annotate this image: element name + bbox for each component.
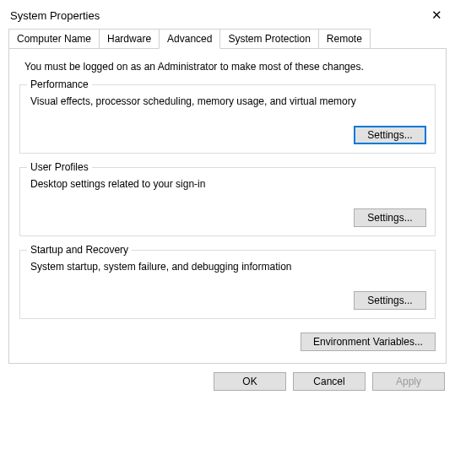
tab-advanced[interactable]: Advanced bbox=[159, 29, 220, 49]
groupbox-user-profiles-legend: User Profiles bbox=[27, 161, 92, 173]
titlebar: System Properties ✕ bbox=[0, 0, 455, 29]
tab-computer-name[interactable]: Computer Name bbox=[8, 29, 100, 48]
startup-recovery-description: System startup, system failure, and debu… bbox=[30, 261, 426, 273]
environment-variables-button[interactable]: Environment Variables... bbox=[301, 333, 436, 351]
apply-button[interactable]: Apply bbox=[372, 372, 445, 391]
groupbox-user-profiles: User Profiles Desktop settings related t… bbox=[19, 167, 436, 236]
tab-remote[interactable]: Remote bbox=[318, 29, 371, 48]
tab-content-advanced: You must be logged on as an Administrato… bbox=[8, 48, 447, 364]
performance-description: Visual effects, processor scheduling, me… bbox=[30, 95, 426, 107]
groupbox-startup-recovery-legend: Startup and Recovery bbox=[27, 244, 132, 256]
dialog-footer: OK Cancel Apply bbox=[0, 364, 455, 399]
tab-strip: Computer Name Hardware Advanced System P… bbox=[0, 29, 455, 48]
startup-recovery-settings-button[interactable]: Settings... bbox=[354, 291, 426, 310]
performance-settings-button[interactable]: Settings... bbox=[354, 126, 426, 144]
admin-warning-text: You must be logged on as an Administrato… bbox=[24, 61, 436, 73]
window-title: System Properties bbox=[10, 9, 100, 22]
cancel-button[interactable]: Cancel bbox=[293, 372, 366, 391]
groupbox-performance-legend: Performance bbox=[27, 78, 92, 90]
tab-system-protection[interactable]: System Protection bbox=[219, 29, 318, 48]
tab-hardware[interactable]: Hardware bbox=[99, 29, 160, 48]
ok-button[interactable]: OK bbox=[214, 372, 286, 391]
user-profiles-description: Desktop settings related to your sign-in bbox=[30, 178, 426, 190]
user-profiles-settings-button[interactable]: Settings... bbox=[354, 208, 426, 227]
close-icon[interactable]: ✕ bbox=[428, 7, 445, 24]
groupbox-startup-recovery: Startup and Recovery System startup, sys… bbox=[19, 250, 436, 319]
groupbox-performance: Performance Visual effects, processor sc… bbox=[19, 84, 436, 154]
